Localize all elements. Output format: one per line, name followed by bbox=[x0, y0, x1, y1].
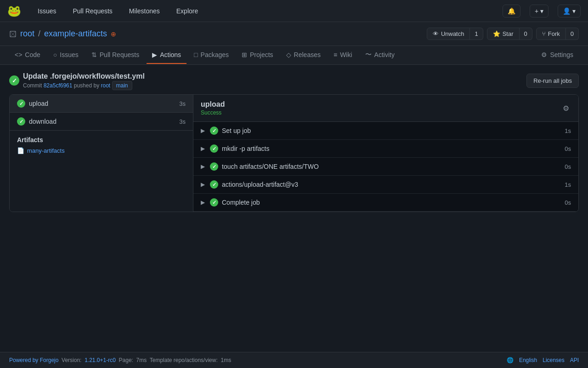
star-button[interactable]: ⭐ Star bbox=[487, 28, 520, 40]
tab-wiki[interactable]: ≡ Wiki bbox=[328, 46, 358, 64]
step-left-complete-job: ▶ Complete job bbox=[201, 198, 260, 207]
step-left-mkdir: ▶ mkdir -p artifacts bbox=[201, 144, 269, 153]
tab-wiki-label: Wiki bbox=[340, 51, 352, 58]
wiki-icon: ≡ bbox=[334, 51, 337, 58]
notifications-button[interactable]: 🔔 bbox=[503, 5, 520, 17]
step-name-mkdir: mkdir -p artifacts bbox=[222, 145, 269, 152]
job-left-upload: upload bbox=[17, 99, 48, 108]
tab-packages[interactable]: □ Packages bbox=[188, 46, 234, 64]
tab-actions[interactable]: ▶ Actions bbox=[147, 46, 187, 64]
job-success-icon-upload bbox=[17, 99, 25, 108]
chevron-icon-setup-job: ▶ bbox=[201, 127, 206, 134]
rerun-all-jobs-button[interactable]: Re-run all jobs bbox=[526, 74, 579, 88]
tab-projects[interactable]: ⊞ Projects bbox=[236, 46, 279, 64]
right-panel-title-group: upload Success bbox=[201, 100, 225, 116]
powered-by-link[interactable]: Powered by Forgejo bbox=[9, 357, 58, 363]
right-panel-status: Success bbox=[201, 109, 225, 116]
artifacts-title: Artifacts bbox=[17, 136, 186, 144]
step-item-complete-job[interactable]: ▶ Complete job 0s bbox=[193, 194, 578, 212]
nav-pull-requests[interactable]: Pull Requests bbox=[69, 6, 116, 17]
repo-name-link[interactable]: example-artifacts bbox=[44, 29, 107, 39]
artifact-name: many-artifacts bbox=[27, 147, 65, 154]
main-content: Update .forgejo/workflows/test.yml Commi… bbox=[0, 65, 588, 352]
forgejo-logo: 🐸 bbox=[7, 5, 21, 17]
star-count: 0 bbox=[520, 28, 532, 40]
issues-icon: ○ bbox=[53, 51, 57, 58]
fork-button[interactable]: ⑂ Fork bbox=[536, 28, 566, 40]
commit-title: Update .forgejo/workflows/test.yml bbox=[23, 72, 145, 80]
step-name-complete-job: Complete job bbox=[222, 199, 260, 206]
tab-pull-requests[interactable]: ⇅ Pull Requests bbox=[86, 46, 145, 64]
nav-milestones[interactable]: Milestones bbox=[125, 6, 164, 17]
right-panel-gear-button[interactable]: ⚙ bbox=[561, 102, 571, 115]
job-name-upload: upload bbox=[29, 100, 48, 107]
step-duration-touch: 0s bbox=[565, 163, 571, 170]
branch-badge: main bbox=[112, 81, 132, 90]
step-item-touch[interactable]: ▶ touch artifacts/ONE artifacts/TWO 0s bbox=[193, 158, 578, 176]
tab-code[interactable]: <> Code bbox=[9, 46, 46, 64]
nav-issues[interactable]: Issues bbox=[34, 6, 60, 17]
licenses-link[interactable]: Licenses bbox=[543, 357, 564, 363]
step-duration-mkdir: 0s bbox=[565, 145, 571, 152]
tab-actions-label: Actions bbox=[160, 51, 181, 58]
step-name-touch: touch artifacts/ONE artifacts/TWO bbox=[222, 163, 319, 170]
commit-label: Commit bbox=[23, 82, 42, 89]
create-button[interactable]: + ▾ bbox=[530, 5, 548, 17]
user-menu-button[interactable]: 👤 ▾ bbox=[558, 5, 581, 17]
unwatch-count: 1 bbox=[470, 28, 483, 40]
tab-releases[interactable]: ◇ Releases bbox=[281, 46, 326, 64]
tab-issues-label: Issues bbox=[60, 51, 78, 58]
repo-owner-link[interactable]: root bbox=[20, 29, 34, 39]
top-nav: 🐸 Issues Pull Requests Milestones Explor… bbox=[0, 0, 588, 22]
pull-requests-icon: ⇅ bbox=[91, 51, 97, 58]
footer-right: 🌐 English Licenses API bbox=[507, 357, 579, 363]
step-item-upload-artifact[interactable]: ▶ actions/upload-artifact@v3 1s bbox=[193, 176, 578, 194]
step-name-upload-artifact: actions/upload-artifact@v3 bbox=[222, 181, 298, 188]
fork-group: ⑂ Fork 0 bbox=[536, 28, 579, 40]
step-item-mkdir[interactable]: ▶ mkdir -p artifacts 0s bbox=[193, 140, 578, 158]
job-item-upload[interactable]: upload 3s bbox=[10, 95, 193, 113]
pushed-by-user-link[interactable]: root bbox=[101, 82, 111, 89]
step-duration-upload-artifact: 1s bbox=[565, 181, 571, 188]
right-panel-header: upload Success ⚙ bbox=[193, 95, 578, 122]
job-duration-upload: 3s bbox=[179, 100, 186, 107]
tab-releases-label: Releases bbox=[294, 51, 321, 58]
repo-title: root / example-artifacts ⊕ bbox=[9, 29, 116, 39]
tab-activity-label: Activity bbox=[374, 51, 395, 58]
step-item-setup-job[interactable]: ▶ Set up job 1s bbox=[193, 122, 578, 140]
eye-icon: 👁 bbox=[433, 30, 439, 37]
activity-icon: 〜 bbox=[365, 51, 372, 59]
tab-settings-label: Settings bbox=[550, 51, 573, 58]
step-left-upload-artifact: ▶ actions/upload-artifact@v3 bbox=[201, 180, 298, 189]
language-link[interactable]: English bbox=[519, 357, 537, 363]
footer-version-link[interactable]: 1.21.0+1-rc0 bbox=[85, 357, 116, 363]
star-icon: ⭐ bbox=[493, 30, 500, 37]
repo-header: root / example-artifacts ⊕ 👁 Unwatch 1 ⭐… bbox=[0, 22, 588, 46]
commit-info: Update .forgejo/workflows/test.yml Commi… bbox=[9, 72, 579, 89]
job-success-icon-download bbox=[17, 117, 25, 126]
footer-page-time: 7ms bbox=[136, 357, 147, 363]
tab-issues[interactable]: ○ Issues bbox=[48, 46, 84, 64]
actions-icon: ▶ bbox=[152, 51, 157, 58]
steps-list: ▶ Set up job 1s ▶ mkdir -p artifacts 0s bbox=[193, 122, 578, 212]
footer-left: Powered by Forgejo Version: 1.21.0+1-rc0… bbox=[9, 357, 231, 363]
tab-packages-label: Packages bbox=[201, 51, 229, 58]
star-label: Star bbox=[503, 30, 514, 37]
commit-hash-link[interactable]: 82a5cf6961 bbox=[44, 82, 73, 89]
job-item-download[interactable]: download 3s bbox=[10, 113, 193, 131]
chevron-icon-complete-job: ▶ bbox=[201, 199, 206, 206]
tab-settings[interactable]: ⚙ Settings bbox=[536, 46, 579, 64]
artifacts-section: Artifacts 📄 many-artifacts bbox=[10, 131, 193, 160]
artifact-link-many-artifacts[interactable]: 📄 many-artifacts bbox=[17, 147, 186, 154]
repo-separator: / bbox=[38, 29, 40, 39]
footer: Powered by Forgejo Version: 1.21.0+1-rc0… bbox=[0, 352, 588, 368]
nav-explore[interactable]: Explore bbox=[173, 6, 202, 17]
unwatch-button[interactable]: 👁 Unwatch bbox=[427, 28, 470, 40]
rss-icon: ⊕ bbox=[111, 30, 116, 38]
commit-info-left: Update .forgejo/workflows/test.yml Commi… bbox=[9, 72, 145, 89]
artifact-file-icon: 📄 bbox=[17, 147, 24, 154]
tab-activity[interactable]: 〜 Activity bbox=[360, 46, 400, 64]
packages-icon: □ bbox=[194, 51, 198, 58]
api-link[interactable]: API bbox=[570, 357, 579, 363]
step-success-icon-complete-job bbox=[210, 198, 218, 207]
